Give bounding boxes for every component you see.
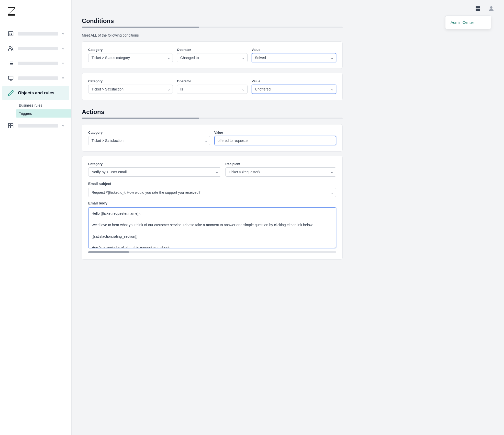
condition-1-operator-select[interactable]: Changed to [177,53,248,62]
sidebar-subnav: Business rules Triggers [0,101,71,118]
sidebar: ∨ ∨ ∨ ∨ [0,0,72,435]
email-body-scrollbar[interactable] [88,251,336,253]
svg-rect-10 [11,123,13,125]
action-1-value-input[interactable] [214,136,336,145]
svg-rect-13 [476,6,478,8]
condition-2-operator-select[interactable]: Is [177,85,248,94]
action-2-recipient-group: Recipient Ticket > (requester) [225,162,336,177]
action-2-recipient-label: Recipient [225,162,336,166]
condition-1-category-select[interactable]: Ticket > Status category [88,53,173,62]
sidebar-item-organization-label [18,32,58,36]
conditions-section: Conditions Meet ALL of the following con… [82,17,343,100]
workspace-icon [7,75,14,82]
condition-2-value-label: Value [252,79,336,83]
condition-2-operator-wrapper: Is [177,85,248,94]
action-1-category-wrapper: Ticket > Satisfaction [88,136,210,145]
sidebar-item-objects-rules-label: Objects and rules [18,90,54,96]
svg-rect-0 [8,32,13,36]
email-body-textarea[interactable]: Hello {{ticket.requester.name}}, We'd lo… [88,207,336,248]
action-row-1-fields: Category Ticket > Satisfaction Value [88,131,336,145]
sidebar-item-business-rules[interactable]: Business rules [16,101,71,109]
action-row-2: Category Notify by > User email Recipien… [82,156,343,260]
email-subject-wrapper [88,188,336,197]
condition-1-operator-wrapper: Changed to [177,53,248,62]
sidebar-item-objects-rules[interactable]: Objects and rules [2,86,69,100]
building-icon [7,30,14,37]
action-2-category-wrapper: Notify by > User email [88,167,221,177]
actions-progress-bar [82,118,199,119]
condition-1-category-label: Category [88,48,173,52]
sidebar-item-triggers[interactable]: Triggers [16,109,71,118]
sidebar-logo [0,0,71,23]
email-body-label: Email body [88,201,336,205]
action-2-recipient-wrapper: Ticket > (requester) [225,167,336,177]
apps-icon [7,122,14,129]
sidebar-item-people[interactable]: ∨ [2,41,69,56]
admin-center-link[interactable]: Admin Center [445,18,491,27]
sidebar-item-channels[interactable]: ∨ [2,56,69,71]
email-subject-input[interactable] [88,188,336,197]
action-2-category-select[interactable]: Notify by > User email [88,167,221,177]
sidebar-item-workspace-label [18,76,58,80]
actions-title: Actions [82,108,343,116]
action-1-category-group: Category Ticket > Satisfaction [88,131,210,145]
email-body-scrollbar-thumb [88,251,129,253]
top-bar: Admin Center [72,0,504,17]
svg-rect-3 [9,34,10,35]
sidebar-item-channels-label [18,62,58,65]
action-1-category-select[interactable]: Ticket > Satisfaction [88,136,210,145]
svg-rect-4 [11,34,12,35]
condition-2-operator-group: Operator Is [177,79,248,94]
channels-icon [7,60,14,67]
chevron-down-icon: ∨ [62,62,64,65]
admin-center-dropdown: Admin Center [445,15,491,29]
condition-2-category-group: Category Ticket > Satisfaction [88,79,173,94]
conditions-description: Meet ALL of the following conditions [82,33,343,37]
sidebar-item-people-label [18,47,58,50]
people-icon [7,45,14,52]
user-avatar-icon[interactable] [487,4,496,13]
conditions-progress-bar [82,27,199,28]
svg-rect-16 [478,9,480,11]
objects-rules-icon [7,89,14,97]
condition-1-category-group: Category Ticket > Status category [88,48,173,62]
zendesk-logo [7,6,20,17]
email-subject-section: Email subject [88,182,336,197]
condition-2-value-select[interactable]: Unoffered [252,85,336,94]
action-2-category-group: Category Notify by > User email [88,162,221,177]
svg-rect-1 [9,33,10,33]
condition-row-2-fields: Category Ticket > Satisfaction Operator … [88,79,336,94]
svg-rect-12 [11,126,13,128]
email-subject-label: Email subject [88,182,336,186]
sidebar-item-apps[interactable]: ∨ [2,119,69,133]
sidebar-navigation: ∨ ∨ ∨ ∨ [0,23,71,435]
email-body-section: Email body Hello {{ticket.requester.name… [88,201,336,253]
condition-2-category-select[interactable]: Ticket > Satisfaction [88,85,173,94]
condition-row-1: Category Ticket > Status category Operat… [82,41,343,69]
action-2-recipient-select[interactable]: Ticket > (requester) [225,167,336,177]
action-row-2-fields: Category Notify by > User email Recipien… [88,162,336,177]
sidebar-item-organization[interactable]: ∨ [2,27,69,41]
action-1-value-group: Value [214,131,336,145]
sidebar-item-workspace[interactable]: ∨ [2,71,69,85]
condition-1-category-wrapper: Ticket > Status category [88,53,173,62]
action-row-1: Category Ticket > Satisfaction Value [82,124,343,152]
svg-rect-7 [8,76,13,79]
svg-rect-2 [11,33,12,33]
svg-rect-15 [476,9,478,11]
sidebar-item-apps-label [18,124,58,128]
condition-1-value-select[interactable]: Solved [252,53,336,62]
actions-section: Actions Category Ticket > Satisfaction [82,108,343,260]
condition-2-value-group: Value Unoffered [252,79,336,94]
chevron-down-icon: ∨ [62,32,64,36]
grid-icon[interactable] [473,4,483,13]
condition-2-operator-label: Operator [177,79,248,83]
main-content: Admin Center Conditions Meet ALL of the … [72,0,504,435]
condition-1-operator-label: Operator [177,48,248,52]
svg-point-5 [9,47,11,48]
condition-1-value-wrapper: Solved [252,53,336,62]
svg-rect-11 [8,126,10,128]
condition-row-1-fields: Category Ticket > Status category Operat… [88,48,336,62]
svg-point-6 [12,47,13,49]
condition-1-operator-group: Operator Changed to [177,48,248,62]
